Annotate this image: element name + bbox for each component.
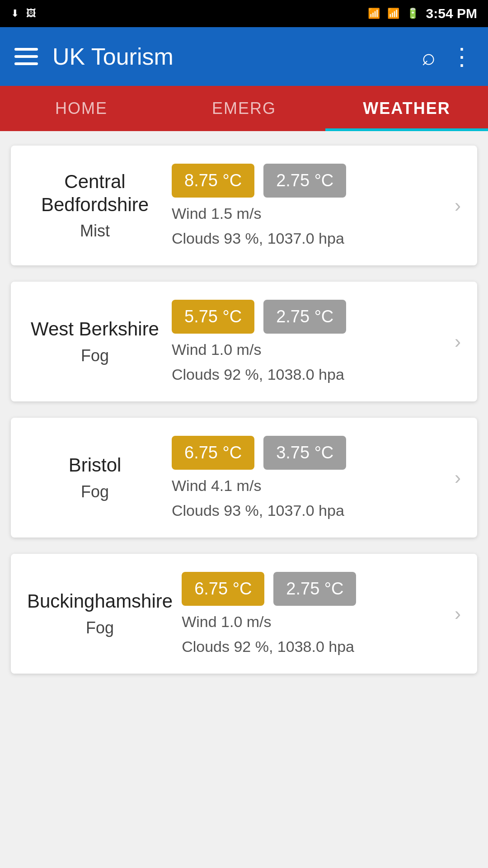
location-bristol: Bristol (69, 454, 122, 476)
more-options-icon[interactable]: ⋮ (450, 43, 474, 70)
app-bar: UK Tourism ⌕ ⋮ (0, 27, 488, 86)
clouds-west-berkshire: Clouds 92 %, 1038.0 hpa (172, 366, 446, 383)
location-west-berkshire: West Berkshire (31, 318, 159, 340)
hamburger-line-2 (14, 55, 38, 58)
image-icon: 🖼 (26, 8, 36, 19)
card-right-west-berkshire: 5.75 °C 2.75 °C Wind 1.0 m/s Clouds 92 %… (172, 300, 446, 383)
tab-home-label: HOME (55, 99, 108, 118)
status-bar: ⬇ 🖼 📶 📶 🔋 3:54 PM (0, 0, 488, 27)
hamburger-line-3 (14, 62, 38, 65)
status-bar-left: ⬇ 🖼 (11, 8, 36, 19)
battery-icon: 🔋 (407, 8, 419, 19)
app-title: UK Tourism (52, 43, 407, 70)
temp-row-buckinghamshire: 6.75 °C 2.75 °C (182, 572, 446, 606)
location-central-bedfordshire: Central Bedfordshire (27, 170, 163, 216)
condition-bristol: Fog (81, 482, 109, 501)
status-bar-right: 📶 📶 🔋 3:54 PM (368, 6, 477, 21)
chevron-right-west-berkshire: › (455, 331, 461, 353)
condition-buckinghamshire: Fog (86, 618, 114, 637)
wind-buckinghamshire: Wind 1.0 m/s (182, 613, 446, 631)
search-icon[interactable]: ⌕ (422, 43, 436, 70)
temp-cool-central-bedfordshire: 2.75 °C (263, 164, 346, 198)
download-icon: ⬇ (11, 8, 19, 19)
card-left-bristol: Bristol Fog (27, 454, 163, 501)
temp-cool-buckinghamshire: 2.75 °C (273, 572, 356, 606)
location-buckinghamshire: Buckinghamshire (27, 590, 173, 613)
temp-warm-central-bedfordshire: 8.75 °C (172, 164, 254, 198)
wind-bristol: Wind 4.1 m/s (172, 477, 446, 495)
condition-central-bedfordshire: Mist (80, 222, 110, 241)
tab-bar: HOME EMERG WEATHER (0, 86, 488, 131)
tab-weather-label: WEATHER (363, 99, 450, 118)
tab-emerg[interactable]: EMERG (163, 86, 325, 131)
chevron-right-central-bedfordshire: › (455, 195, 461, 217)
weather-card-bristol[interactable]: Bristol Fog 6.75 °C 3.75 °C Wind 4.1 m/s… (11, 418, 477, 538)
clouds-bristol: Clouds 93 %, 1037.0 hpa (172, 502, 446, 519)
card-right-bristol: 6.75 °C 3.75 °C Wind 4.1 m/s Clouds 93 %… (172, 436, 446, 519)
chevron-right-buckinghamshire: › (455, 603, 461, 625)
tab-weather[interactable]: WEATHER (325, 86, 488, 131)
weather-card-west-berkshire[interactable]: West Berkshire Fog 5.75 °C 2.75 °C Wind … (11, 282, 477, 401)
tab-home[interactable]: HOME (0, 86, 163, 131)
chevron-right-bristol: › (455, 467, 461, 489)
temp-cool-bristol: 3.75 °C (263, 436, 346, 470)
card-right-central-bedfordshire: 8.75 °C 2.75 °C Wind 1.5 m/s Clouds 93 %… (172, 164, 446, 247)
hamburger-line-1 (14, 48, 38, 51)
temp-cool-west-berkshire: 2.75 °C (263, 300, 346, 334)
signal-icon: 📶 (387, 8, 399, 19)
tab-emerg-label: EMERG (212, 99, 276, 118)
card-left-west-berkshire: West Berkshire Fog (27, 318, 163, 365)
weather-card-buckinghamshire[interactable]: Buckinghamshire Fog 6.75 °C 2.75 °C Wind… (11, 554, 477, 674)
condition-west-berkshire: Fog (81, 346, 109, 365)
status-time: 3:54 PM (426, 6, 477, 21)
temp-warm-bristol: 6.75 °C (172, 436, 254, 470)
weather-card-central-bedfordshire[interactable]: Central Bedfordshire Mist 8.75 °C 2.75 °… (11, 146, 477, 265)
temp-row-west-berkshire: 5.75 °C 2.75 °C (172, 300, 446, 334)
wind-central-bedfordshire: Wind 1.5 m/s (172, 205, 446, 222)
card-right-buckinghamshire: 6.75 °C 2.75 °C Wind 1.0 m/s Clouds 92 %… (182, 572, 446, 656)
wind-west-berkshire: Wind 1.0 m/s (172, 341, 446, 359)
temp-warm-west-berkshire: 5.75 °C (172, 300, 254, 334)
clouds-buckinghamshire: Clouds 92 %, 1038.0 hpa (182, 638, 446, 656)
card-left-central-bedfordshire: Central Bedfordshire Mist (27, 170, 163, 241)
menu-button[interactable] (14, 48, 38, 65)
clouds-central-bedfordshire: Clouds 93 %, 1037.0 hpa (172, 230, 446, 247)
temp-warm-buckinghamshire: 6.75 °C (182, 572, 264, 606)
temp-row-bristol: 6.75 °C 3.75 °C (172, 436, 446, 470)
temp-row-central-bedfordshire: 8.75 °C 2.75 °C (172, 164, 446, 198)
card-left-buckinghamshire: Buckinghamshire Fog (27, 590, 173, 637)
weather-content: Central Bedfordshire Mist 8.75 °C 2.75 °… (0, 131, 488, 688)
wifi-icon: 📶 (368, 8, 380, 19)
